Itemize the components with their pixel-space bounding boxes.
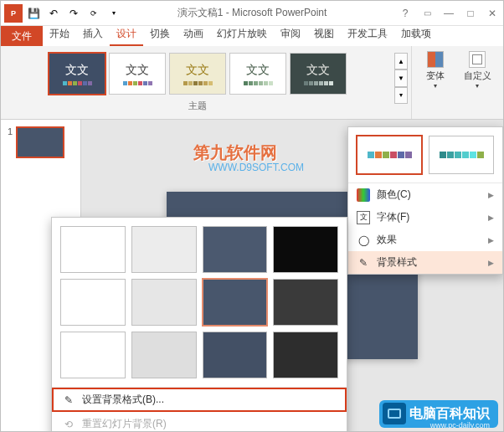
reset-background-item: ⟲ 重置幻灯片背景(R) (52, 412, 347, 432)
window-title: 演示文稿1 - Microsoft PowerPoint (177, 6, 327, 20)
ribbon-tab-1[interactable]: 插入 (76, 23, 110, 46)
bg-style-3[interactable] (273, 226, 338, 273)
minimize-icon[interactable]: — (438, 1, 460, 26)
customize-label: 自定义 (464, 69, 491, 82)
format-bg-icon: ✎ (62, 393, 75, 407)
theme-thumb-2[interactable]: 文文 (169, 53, 226, 95)
variants-group: 变体 ▾ 自定义 ▾ (411, 46, 503, 119)
variants-label: 变体 (426, 69, 445, 82)
chevron-right-icon: ▶ (488, 236, 494, 244)
ribbon-tab-4[interactable]: 动画 (177, 23, 210, 46)
chevron-right-icon: ▶ (488, 191, 494, 199)
gallery-more-icon[interactable]: ▾ (394, 87, 408, 104)
bg-style-4[interactable] (60, 279, 126, 326)
effects-menu-item[interactable]: ◯ 效果 ▶ (348, 229, 502, 251)
chevron-right-icon: ▶ (488, 213, 494, 222)
theme-thumb-0[interactable]: 文文 (49, 53, 105, 95)
gallery-up-icon[interactable]: ▲ (394, 53, 408, 69)
bg-style-6[interactable] (203, 279, 268, 326)
ribbon: 文文文文文文文文文文 主题 ▲ ▼ ▾ 变体 ▾ 自定义 ▾ (1, 46, 503, 120)
slide-number: 1 (8, 126, 13, 158)
window-controls: ? ▭ — □ ✕ (394, 1, 503, 26)
repeat-icon[interactable]: ⟳ (85, 4, 103, 23)
maximize-icon[interactable]: □ (460, 1, 481, 26)
bg-style-5[interactable] (131, 279, 197, 326)
bg-style-11[interactable] (273, 332, 338, 378)
themes-group-label: 主题 (188, 100, 207, 112)
customize-icon (469, 51, 486, 68)
variants-button[interactable]: 变体 ▾ (417, 51, 454, 90)
themes-gallery: 文文文文文文文文文文 主题 (1, 46, 394, 119)
chevron-down-icon: ▾ (476, 82, 479, 90)
gallery-nav: ▲ ▼ ▾ (394, 53, 408, 104)
background-styles-flyout: ✎ 设置背景格式(B)... ⟲ 重置幻灯片背景(R) (51, 217, 347, 432)
format-bg-label: 设置背景格式(B)... (82, 393, 164, 407)
theme-thumb-4[interactable]: 文文 (290, 53, 347, 95)
ribbon-tab-5[interactable]: 幻灯片放映 (210, 23, 274, 46)
ribbon-tab-6[interactable]: 审阅 (274, 23, 307, 46)
colors-label: 颜色(C) (377, 188, 411, 202)
save-icon[interactable]: 💾 (24, 4, 43, 23)
qat-dropdown-icon[interactable]: ▾ (105, 4, 123, 23)
theme-thumb-3[interactable]: 文文 (229, 53, 286, 95)
bg-styles-menu-item[interactable]: ✎ 背景样式 ▶ (348, 251, 502, 274)
file-tab[interactable]: 文件 (1, 26, 43, 46)
bg-style-7[interactable] (273, 279, 338, 326)
site-logo-url: www.pc-daily.com (430, 421, 490, 429)
site-logo-overlay: 电脑百科知识 www.pc-daily.com (379, 400, 498, 428)
ribbon-tab-7[interactable]: 视图 (307, 23, 341, 46)
background-menu: ✎ 设置背景格式(B)... ⟲ 重置幻灯片背景(R) (52, 387, 347, 432)
variants-icon (427, 51, 444, 68)
slide-mini-preview (16, 126, 64, 158)
ribbon-tab-0[interactable]: 开始 (43, 23, 76, 46)
ribbon-tab-3[interactable]: 切换 (143, 23, 177, 46)
fonts-menu-item[interactable]: 文 字体(F) ▶ (348, 206, 502, 229)
effects-label: 效果 (377, 233, 397, 247)
bg-styles-icon: ✎ (357, 256, 370, 270)
ribbon-tabs: 文件 开始插入设计切换动画幻灯片放映审阅视图开发工具加载项 (1, 26, 503, 46)
fonts-label: 字体(F) (377, 210, 409, 224)
ribbon-tab-2[interactable]: 设计 (110, 23, 143, 46)
variant-option-2[interactable] (429, 136, 494, 174)
bg-styles-label: 背景样式 (377, 255, 417, 270)
quick-access-toolbar: P 💾 ↶ ↷ ⟳ ▾ (1, 4, 126, 23)
powerpoint-icon: P (4, 4, 23, 23)
bg-style-9[interactable] (131, 332, 197, 378)
background-grid (52, 218, 347, 387)
bg-style-2[interactable] (203, 226, 268, 273)
variants-popup: 颜色(C) ▶ 文 字体(F) ▶ ◯ 效果 ▶ ✎ 背景样式 ▶ (347, 126, 503, 275)
customize-button[interactable]: 自定义 ▾ (459, 51, 496, 90)
bg-style-0[interactable] (60, 226, 126, 273)
slide-thumbnail[interactable]: 1 (8, 126, 74, 158)
colors-icon (357, 188, 370, 202)
variant-swatch-row (348, 127, 502, 183)
ribbon-options-icon[interactable]: ▭ (416, 1, 438, 26)
bg-style-8[interactable] (60, 332, 126, 378)
effects-icon: ◯ (357, 234, 370, 247)
undo-icon[interactable]: ↶ (44, 4, 63, 23)
theme-thumb-1[interactable]: 文文 (109, 53, 166, 95)
bg-style-1[interactable] (131, 226, 197, 273)
redo-icon[interactable]: ↷ (64, 4, 83, 23)
bg-style-10[interactable] (203, 332, 268, 378)
close-icon[interactable]: ✕ (481, 1, 503, 26)
title-bar: P 💾 ↶ ↷ ⟳ ▾ 演示文稿1 - Microsoft PowerPoint… (1, 1, 503, 26)
chevron-right-icon: ▶ (488, 259, 494, 267)
site-logo-text: 电脑百科知识 (409, 405, 490, 423)
colors-menu-item[interactable]: 颜色(C) ▶ (348, 183, 502, 206)
reset-bg-label: 重置幻灯片背景(R) (82, 417, 167, 431)
variant-option-1[interactable] (357, 136, 422, 174)
format-background-item[interactable]: ✎ 设置背景格式(B)... (52, 388, 347, 412)
ribbon-tab-8[interactable]: 开发工具 (341, 23, 394, 46)
gallery-down-icon[interactable]: ▼ (394, 69, 408, 86)
chevron-down-icon: ▾ (434, 82, 437, 90)
fonts-icon: 文 (357, 211, 370, 224)
ribbon-tab-9[interactable]: 加载项 (394, 23, 438, 46)
reset-bg-icon: ⟲ (62, 418, 75, 431)
monitor-icon (383, 403, 406, 424)
help-icon[interactable]: ? (394, 1, 416, 26)
